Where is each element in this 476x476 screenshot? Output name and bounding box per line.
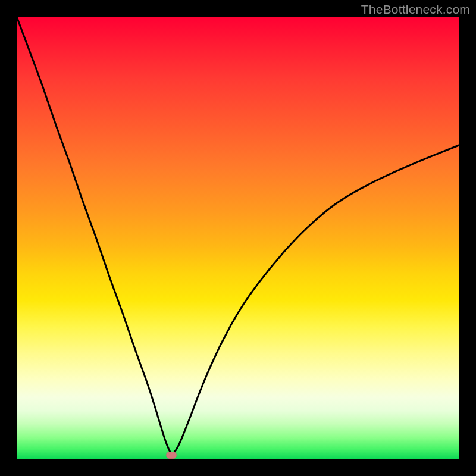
watermark-label: TheBottleneck.com [361,2,470,17]
chart-frame: TheBottleneck.com [0,0,476,476]
optimal-point-marker [166,452,177,459]
chart-plot-area [17,17,459,459]
bottleneck-curve [17,17,459,459]
